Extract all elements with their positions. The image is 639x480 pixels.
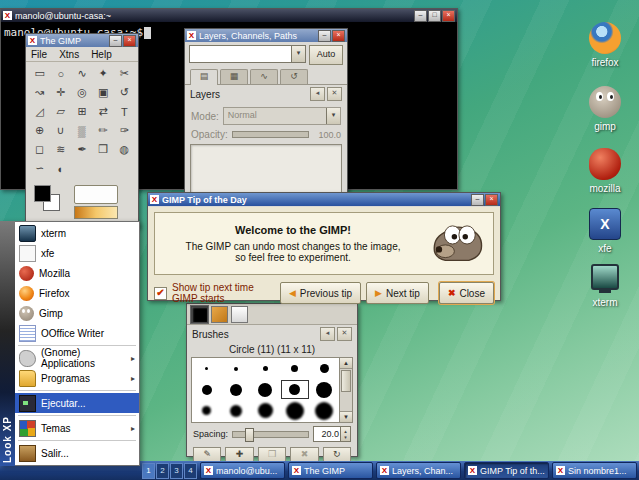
- tool-button[interactable]: ◻: [29, 140, 50, 159]
- patterns-tab[interactable]: [211, 306, 228, 323]
- tool-button[interactable]: ✑: [114, 121, 135, 140]
- toolbox-titlebar[interactable]: X The GIMP – ×: [26, 34, 138, 47]
- brush-thumbnail[interactable]: [280, 400, 309, 421]
- minimize-button[interactable]: –: [471, 194, 484, 206]
- tab-channels[interactable]: ▦: [220, 69, 248, 84]
- tool-button[interactable]: ∪: [50, 121, 71, 140]
- scrollbar-thumb[interactable]: [341, 370, 351, 392]
- menu-item-xfe[interactable]: xfe: [15, 243, 139, 263]
- menu-item-salir[interactable]: Salir...: [15, 443, 139, 463]
- spin-down-icon[interactable]: ▾: [341, 434, 350, 440]
- tool-button[interactable]: ▱: [50, 102, 71, 121]
- menu-item-ooffice-writer[interactable]: OOffice Writer: [15, 323, 139, 343]
- tool-button[interactable]: ❒: [93, 140, 114, 159]
- workspace-3[interactable]: 3: [170, 463, 183, 479]
- menu-item-gnome-applications[interactable]: (Gnome) Applications ▸: [15, 348, 139, 368]
- brush-thumbnail[interactable]: [221, 358, 250, 379]
- brush-thumbnail[interactable]: [192, 400, 221, 421]
- spacing-slider-thumb[interactable]: [245, 428, 254, 442]
- brush-thumbnail[interactable]: [251, 358, 280, 379]
- menu-item-firefox[interactable]: Firefox: [15, 283, 139, 303]
- menu-file[interactable]: File: [31, 49, 47, 60]
- tool-button[interactable]: [114, 159, 135, 178]
- workspace-1[interactable]: 1: [142, 463, 155, 479]
- tab-menu-button[interactable]: ◂: [320, 327, 335, 341]
- brush-thumbnail[interactable]: [310, 379, 339, 400]
- brush-thumbnail[interactable]: [221, 379, 250, 400]
- close-button[interactable]: ×: [485, 194, 498, 206]
- tab-close-button[interactable]: ✕: [327, 87, 342, 101]
- next-tip-button[interactable]: ▶ Next tip: [366, 282, 429, 304]
- taskbar-task-tip-dialog[interactable]: X GIMP Tip of th...: [464, 462, 549, 479]
- menu-item-programas[interactable]: Programas ▸: [15, 368, 139, 388]
- brush-thumbnail[interactable]: [251, 400, 280, 421]
- tool-button[interactable]: ◎: [71, 83, 92, 102]
- desktop-icon-gimp[interactable]: gimp: [577, 86, 633, 132]
- taskbar-task-gimp[interactable]: X The GIMP: [288, 462, 373, 479]
- menu-item-temas[interactable]: Temas ▸: [15, 418, 139, 438]
- tab-undo-history[interactable]: ↺: [280, 69, 308, 84]
- brush-thumbnail[interactable]: [280, 358, 309, 379]
- desktop-icon-firefox[interactable]: firefox: [577, 22, 633, 68]
- tool-button[interactable]: ▭: [29, 64, 50, 83]
- tool-button[interactable]: ✛: [50, 83, 71, 102]
- close-button[interactable]: ×: [123, 35, 136, 47]
- brush-thumbnail[interactable]: [192, 358, 221, 379]
- close-button[interactable]: ×: [442, 10, 455, 22]
- tab-paths[interactable]: ∿: [250, 69, 278, 84]
- desktop-icon-mozilla[interactable]: mozilla: [577, 148, 633, 194]
- menu-item-ejecutar[interactable]: Ejecutar...: [15, 393, 139, 413]
- menu-xtns[interactable]: Xtns: [59, 49, 79, 60]
- brush-thumbnail[interactable]: [251, 379, 280, 400]
- brush-thumbnail[interactable]: [221, 400, 250, 421]
- layers-titlebar[interactable]: X Layers, Channels, Paths – ×: [185, 29, 347, 42]
- tool-button[interactable]: ✂: [114, 64, 135, 83]
- tool-button[interactable]: ◐: [50, 159, 71, 178]
- tab-close-button[interactable]: ✕: [337, 327, 352, 341]
- minimize-button[interactable]: –: [414, 10, 427, 22]
- tool-button[interactable]: ⊞: [71, 102, 92, 121]
- taskbar-task-terminal[interactable]: X manolo@ubu...: [200, 462, 285, 479]
- tool-button[interactable]: [71, 159, 92, 178]
- tool-button[interactable]: ▒: [71, 121, 92, 140]
- show-tips-checkbox[interactable]: ✔: [154, 287, 167, 300]
- brush-grid-scrollbar[interactable]: ▲ ▼: [339, 357, 353, 423]
- menu-item-gimp[interactable]: Gimp: [15, 303, 139, 323]
- spacing-slider[interactable]: [232, 431, 309, 438]
- tool-button[interactable]: ✒: [71, 140, 92, 159]
- brush-thumbnail[interactable]: [192, 379, 221, 400]
- desktop-icon-xterm[interactable]: xterm: [577, 262, 633, 308]
- menu-help[interactable]: Help: [91, 49, 112, 60]
- brushes-tab[interactable]: [191, 306, 208, 323]
- scroll-up-icon[interactable]: ▲: [340, 358, 352, 369]
- tool-button[interactable]: ◍: [114, 140, 135, 159]
- brush-thumbnail-selected[interactable]: [280, 379, 309, 400]
- opacity-slider[interactable]: [232, 131, 309, 138]
- tool-button[interactable]: ⇄: [93, 102, 114, 121]
- tool-button[interactable]: [93, 159, 114, 178]
- brush-thumbnail[interactable]: [310, 400, 339, 421]
- maximize-button[interactable]: □: [428, 10, 441, 22]
- previous-tip-button[interactable]: ◀ Previous tip: [280, 282, 361, 304]
- tool-button[interactable]: ◿: [29, 102, 50, 121]
- scroll-down-icon[interactable]: ▼: [340, 411, 352, 422]
- image-selector-combo[interactable]: ▾: [189, 45, 306, 63]
- tool-button[interactable]: ↺: [114, 83, 135, 102]
- minimize-button[interactable]: –: [109, 35, 122, 47]
- menu-item-xterm[interactable]: xterm: [15, 223, 139, 243]
- menu-item-mozilla[interactable]: Mozilla: [15, 263, 139, 283]
- mode-select[interactable]: Normal▾: [223, 107, 341, 125]
- desktop-icon-xfe[interactable]: X xfe: [577, 208, 633, 254]
- tool-button[interactable]: ∽: [29, 159, 50, 178]
- terminal-titlebar[interactable]: X manolo@ubuntu-casa:~ – □ ×: [1, 9, 457, 22]
- workspace-4[interactable]: 4: [184, 463, 197, 479]
- tool-button[interactable]: ↝: [29, 83, 50, 102]
- spacing-spinbox[interactable]: 20.0 ▴▾: [313, 426, 351, 442]
- tool-button[interactable]: T: [114, 102, 135, 121]
- gradients-tab[interactable]: [231, 306, 248, 323]
- tool-button[interactable]: ≋: [50, 140, 71, 159]
- brush-indicator[interactable]: [74, 185, 118, 204]
- tool-button[interactable]: ∿: [71, 64, 92, 83]
- taskbar-task-layers[interactable]: X Layers, Chan...: [376, 462, 461, 479]
- tool-button[interactable]: ⊕: [29, 121, 50, 140]
